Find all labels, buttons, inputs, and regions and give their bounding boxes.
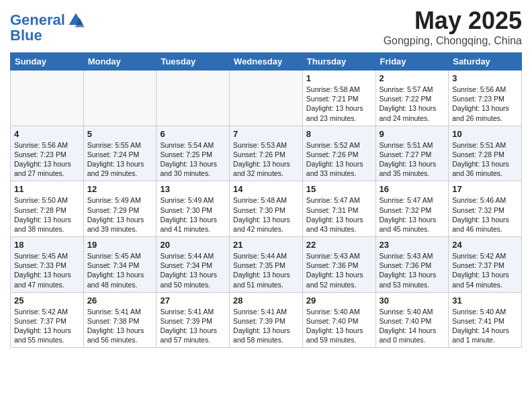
- day-info-line: and 56 minutes.: [87, 335, 153, 345]
- day-cell: [157, 71, 230, 126]
- day-info-line: Sunset: 7:41 PM: [452, 316, 518, 326]
- day-info-line: Sunrise: 5:47 AM: [380, 195, 445, 205]
- day-info-line: Sunrise: 5:40 AM: [452, 307, 518, 316]
- day-info-line: and 29 minutes.: [87, 169, 153, 178]
- logo: General Blue: [10, 11, 85, 44]
- day-number: 26: [87, 295, 153, 306]
- day-info-line: Sunrise: 5:44 AM: [233, 251, 299, 261]
- day-info-line: Sunrise: 5:42 AM: [452, 251, 518, 261]
- day-number: 20: [160, 240, 226, 250]
- day-cell: 20Sunrise: 5:44 AMSunset: 7:34 PMDayligh…: [157, 237, 230, 293]
- day-info-line: Sunset: 7:36 PM: [306, 261, 372, 270]
- day-info-line: Sunset: 7:33 PM: [14, 261, 80, 270]
- day-info-line: Sunrise: 5:45 AM: [87, 251, 153, 261]
- day-info-line: Sunrise: 5:41 AM: [87, 307, 153, 316]
- day-number: 18: [14, 240, 80, 250]
- day-info-line: Sunrise: 5:47 AM: [306, 195, 372, 205]
- day-info-line: Sunrise: 5:43 AM: [380, 251, 445, 261]
- day-info-line: Daylight: 13 hours: [87, 326, 153, 335]
- week-row-3: 11Sunrise: 5:50 AMSunset: 7:28 PMDayligh…: [11, 181, 522, 237]
- day-info-line: Daylight: 13 hours: [87, 270, 153, 279]
- day-number: 4: [14, 129, 80, 139]
- day-number: 15: [306, 184, 372, 194]
- day-number: 22: [306, 240, 372, 250]
- day-info-line: Daylight: 13 hours: [233, 159, 299, 169]
- day-number: 6: [160, 129, 226, 139]
- day-cell: 21Sunrise: 5:44 AMSunset: 7:35 PMDayligh…: [230, 237, 303, 293]
- day-info-line: and 53 minutes.: [380, 280, 445, 289]
- day-info-line: Daylight: 13 hours: [306, 215, 372, 224]
- day-info-line: Daylight: 13 hours: [306, 270, 372, 279]
- day-info-line: Daylight: 14 hours: [452, 326, 518, 335]
- day-info-line: Sunset: 7:28 PM: [14, 205, 80, 215]
- day-cell: 29Sunrise: 5:40 AMSunset: 7:40 PMDayligh…: [302, 292, 375, 348]
- day-number: 14: [233, 184, 299, 194]
- day-number: 9: [380, 129, 445, 139]
- day-info-line: Sunrise: 5:43 AM: [306, 251, 372, 261]
- day-info-line: Daylight: 13 hours: [380, 270, 445, 279]
- day-info-line: Daylight: 13 hours: [160, 159, 226, 169]
- day-info-line: Sunrise: 5:54 AM: [160, 140, 226, 150]
- day-info-line: and 50 minutes.: [160, 280, 226, 289]
- day-cell: 10Sunrise: 5:51 AMSunset: 7:28 PMDayligh…: [449, 126, 522, 181]
- day-info-line: and 51 minutes.: [233, 280, 299, 289]
- day-info-line: Sunset: 7:22 PM: [380, 94, 445, 103]
- day-cell: 24Sunrise: 5:42 AMSunset: 7:37 PMDayligh…: [449, 237, 522, 293]
- day-cell: 9Sunrise: 5:51 AMSunset: 7:27 PMDaylight…: [375, 126, 449, 181]
- day-info-line: and 1 minute.: [452, 335, 518, 345]
- day-cell: 7Sunrise: 5:53 AMSunset: 7:26 PMDaylight…: [230, 126, 303, 181]
- day-info-line: Sunset: 7:29 PM: [87, 205, 153, 215]
- day-cell: 2Sunrise: 5:57 AMSunset: 7:22 PMDaylight…: [375, 71, 449, 126]
- day-info-line: and 36 minutes.: [452, 169, 518, 178]
- logo-text: General: [10, 13, 65, 28]
- day-info-line: and 39 minutes.: [87, 224, 153, 234]
- day-cell: 31Sunrise: 5:40 AMSunset: 7:41 PMDayligh…: [449, 292, 522, 348]
- day-info-line: and 24 minutes.: [380, 113, 445, 123]
- day-info-line: Sunrise: 5:52 AM: [306, 140, 372, 150]
- day-cell: 4Sunrise: 5:56 AMSunset: 7:23 PMDaylight…: [11, 126, 84, 181]
- day-info-line: and 57 minutes.: [160, 335, 226, 345]
- day-info-line: Sunset: 7:30 PM: [160, 205, 226, 215]
- week-row-5: 25Sunrise: 5:42 AMSunset: 7:37 PMDayligh…: [11, 292, 522, 348]
- day-info-line: Daylight: 13 hours: [452, 103, 518, 113]
- day-info-line: and 59 minutes.: [306, 335, 372, 345]
- day-cell: 19Sunrise: 5:45 AMSunset: 7:34 PMDayligh…: [83, 237, 157, 293]
- day-number: 5: [87, 129, 153, 139]
- day-info-line: and 46 minutes.: [452, 224, 518, 234]
- day-info-line: Sunset: 7:27 PM: [380, 150, 445, 159]
- day-info-line: Sunrise: 5:57 AM: [380, 85, 445, 94]
- day-info-line: Sunrise: 5:49 AM: [160, 195, 226, 205]
- day-info-line: Sunset: 7:35 PM: [233, 261, 299, 270]
- day-info-line: Sunrise: 5:50 AM: [14, 195, 80, 205]
- weekday-header-monday: Monday: [83, 53, 157, 71]
- day-cell: 22Sunrise: 5:43 AMSunset: 7:36 PMDayligh…: [302, 237, 375, 293]
- day-number: 19: [87, 240, 153, 250]
- day-info-line: Daylight: 13 hours: [233, 270, 299, 279]
- day-number: 21: [233, 240, 299, 250]
- day-cell: 26Sunrise: 5:41 AMSunset: 7:38 PMDayligh…: [83, 292, 157, 348]
- day-info-line: Sunrise: 5:44 AM: [160, 251, 226, 261]
- day-info-line: Sunset: 7:25 PM: [160, 150, 226, 159]
- day-cell: 5Sunrise: 5:55 AMSunset: 7:24 PMDaylight…: [83, 126, 157, 181]
- day-cell: 13Sunrise: 5:49 AMSunset: 7:30 PMDayligh…: [157, 181, 230, 237]
- day-info-line: and 55 minutes.: [14, 335, 80, 345]
- day-info-line: Sunrise: 5:58 AM: [306, 85, 372, 94]
- day-info-line: Sunset: 7:26 PM: [306, 150, 372, 159]
- day-info-line: Sunset: 7:40 PM: [306, 316, 372, 326]
- day-info-line: Sunset: 7:30 PM: [233, 205, 299, 215]
- header: General Blue May 2025 Gongping, Chongqin…: [10, 7, 522, 47]
- day-cell: 17Sunrise: 5:46 AMSunset: 7:32 PMDayligh…: [449, 181, 522, 237]
- day-info-line: Sunrise: 5:41 AM: [233, 307, 299, 316]
- day-cell: 11Sunrise: 5:50 AMSunset: 7:28 PMDayligh…: [11, 181, 84, 237]
- day-number: 7: [233, 129, 299, 139]
- day-info-line: Sunset: 7:39 PM: [160, 316, 226, 326]
- day-info-line: Daylight: 13 hours: [380, 159, 445, 169]
- day-info-line: and 33 minutes.: [306, 169, 372, 178]
- day-info-line: Daylight: 13 hours: [233, 215, 299, 224]
- day-info-line: Daylight: 13 hours: [452, 215, 518, 224]
- day-info-line: Sunrise: 5:41 AM: [160, 307, 226, 316]
- day-info-line: Daylight: 14 hours: [380, 326, 445, 335]
- day-info-line: Sunrise: 5:56 AM: [452, 85, 518, 94]
- day-cell: 8Sunrise: 5:52 AMSunset: 7:26 PMDaylight…: [302, 126, 375, 181]
- day-info-line: Daylight: 13 hours: [306, 326, 372, 335]
